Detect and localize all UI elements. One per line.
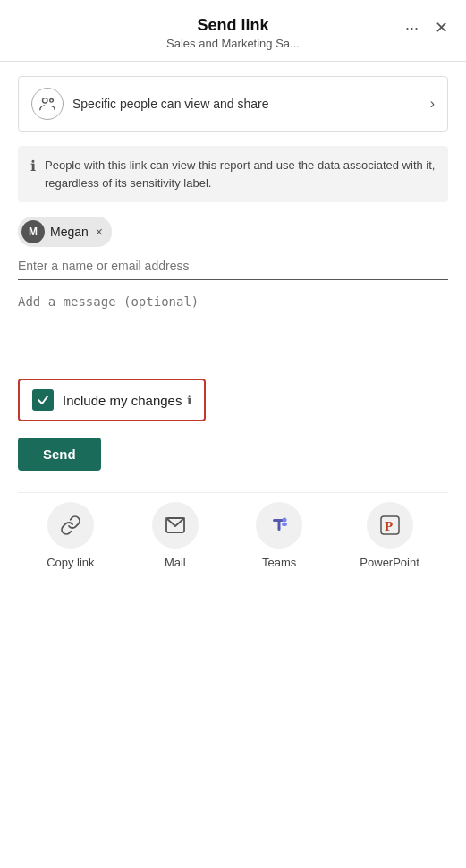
email-input-wrap — [18, 252, 448, 280]
include-changes-info-icon: ℹ — [187, 393, 191, 407]
svg-text:P: P — [385, 519, 393, 533]
teams-icon — [256, 502, 302, 549]
include-changes-container: Include my changes ℹ — [18, 379, 206, 421]
permissions-left: Specific people can view and share — [31, 88, 268, 120]
teams-label: Teams — [262, 556, 296, 569]
permissions-icon — [31, 88, 64, 120]
email-input[interactable] — [18, 259, 448, 273]
recipient-remove-button[interactable]: × — [96, 225, 103, 239]
dialog-subtitle: Sales and Marketing Sa... — [166, 37, 300, 50]
send-button[interactable]: Send — [18, 438, 101, 471]
dialog-body: Specific people can view and share › ℹ P… — [0, 62, 466, 601]
recipient-avatar: M — [21, 220, 45, 243]
permissions-selector[interactable]: Specific people can view and share › — [18, 76, 448, 132]
share-option-mail[interactable]: Mail — [152, 502, 199, 569]
svg-point-5 — [283, 518, 287, 523]
info-text: People with this link can view this repo… — [45, 157, 436, 191]
recipients-area: M Megan × — [18, 217, 448, 247]
more-options-button[interactable]: ··· — [402, 17, 422, 39]
message-input[interactable] — [18, 294, 448, 357]
info-icon: ℹ — [30, 157, 36, 191]
include-changes-text: Include my changes — [63, 393, 182, 408]
recipient-chip: M Megan × — [18, 217, 112, 247]
header-actions: ··· ✕ — [402, 16, 452, 39]
powerpoint-label: PowerPoint — [360, 556, 419, 569]
dialog-header: Send link Sales and Marketing Sa... ··· … — [0, 0, 466, 62]
info-box: ℹ People with this link can view this re… — [18, 146, 448, 202]
copy-link-label: Copy link — [47, 556, 94, 569]
svg-rect-4 — [278, 519, 281, 531]
share-option-teams[interactable]: Teams — [256, 502, 302, 569]
dialog-title: Send link — [197, 16, 268, 35]
mail-label: Mail — [165, 556, 186, 569]
mail-icon — [152, 502, 199, 549]
share-options: Copy link Mail — [18, 492, 448, 587]
powerpoint-icon: P — [367, 502, 413, 549]
share-option-copy-link[interactable]: Copy link — [47, 502, 94, 569]
copy-link-icon — [47, 502, 94, 549]
permissions-chevron-icon: › — [430, 96, 435, 112]
close-button[interactable]: ✕ — [431, 16, 452, 39]
svg-rect-6 — [282, 523, 287, 526]
recipient-name: Megan — [50, 225, 89, 239]
share-option-powerpoint[interactable]: P PowerPoint — [360, 502, 419, 569]
send-link-dialog: Send link Sales and Marketing Sa... ··· … — [0, 0, 466, 601]
include-changes-checkbox[interactable] — [32, 389, 54, 411]
svg-point-1 — [50, 99, 54, 103]
svg-point-0 — [43, 98, 48, 104]
include-changes-label: Include my changes ℹ — [63, 393, 191, 408]
permissions-text: Specific people can view and share — [72, 97, 268, 111]
